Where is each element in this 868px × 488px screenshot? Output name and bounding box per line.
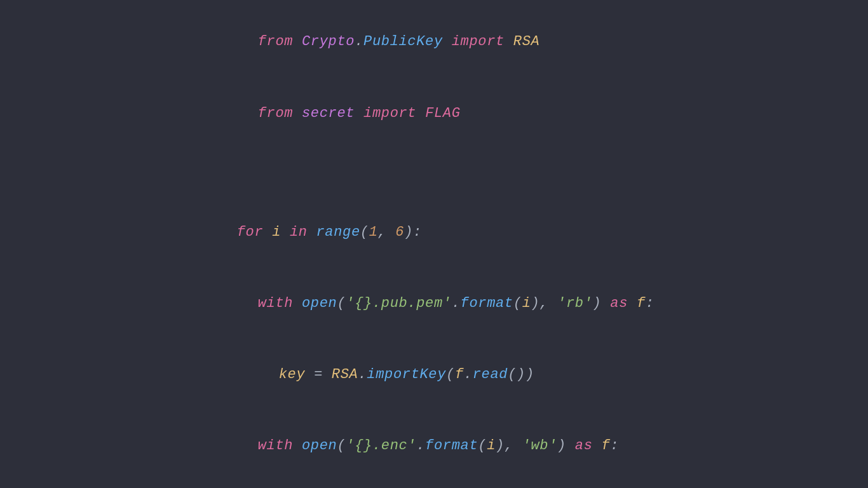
var-f1: f bbox=[637, 295, 646, 311]
keyword-as2: as bbox=[575, 438, 593, 454]
code-line-with1: with open('{}.pub.pem'.format(i), 'rb') … bbox=[201, 268, 667, 339]
blank-line-2 bbox=[201, 173, 667, 196]
var-f3: f bbox=[601, 438, 610, 454]
keyword-with2: with bbox=[258, 438, 293, 454]
func-format2: format bbox=[425, 438, 478, 454]
keyword-in: in bbox=[290, 224, 308, 240]
code-line-shebang: #!/usr/bin/env python3 bbox=[201, 0, 667, 6]
string-pub-pem: '{}.pub.pem' bbox=[346, 295, 451, 311]
var-i-3: i bbox=[487, 438, 496, 454]
code-line-import1: from Crypto.PublicKey import RSA bbox=[201, 6, 667, 78]
string-enc: '{}.enc' bbox=[346, 438, 416, 454]
module-crypto: Crypto bbox=[302, 34, 355, 50]
func-range: range bbox=[316, 224, 360, 240]
func-importkey: importKey bbox=[367, 367, 446, 383]
func-open2: open bbox=[302, 438, 337, 454]
func-read: read bbox=[473, 367, 508, 383]
num-1: 1 bbox=[369, 224, 378, 240]
code-block: #!/usr/bin/env python3 from Crypto.Publi… bbox=[163, 0, 705, 488]
code-line-import2: from secret import FLAG bbox=[201, 78, 667, 149]
keyword-as1: as bbox=[610, 295, 628, 311]
func-open1: open bbox=[302, 295, 337, 311]
blank-line-1 bbox=[201, 149, 667, 172]
constant-flag: FLAG bbox=[425, 105, 460, 121]
module-secret: secret bbox=[302, 105, 355, 121]
keyword-import1: import bbox=[452, 34, 505, 50]
code-line-key: key = RSA.importKey(f.read()) bbox=[201, 339, 667, 410]
keyword-with1: with bbox=[258, 295, 293, 311]
func-format1: format bbox=[461, 295, 513, 311]
var-key: key bbox=[279, 367, 306, 383]
var-i: i bbox=[272, 224, 281, 240]
keyword-import2: import bbox=[363, 105, 416, 121]
code-line-with2: with open('{}.enc'.format(i), 'wb') as f… bbox=[201, 410, 667, 482]
var-i-2: i bbox=[522, 295, 531, 311]
keyword-from2: from bbox=[258, 105, 293, 121]
num-6: 6 bbox=[395, 224, 404, 240]
var-f2: f bbox=[455, 367, 464, 383]
string-rb: 'rb' bbox=[557, 295, 592, 311]
keyword-from1: from bbox=[258, 34, 293, 50]
keyword-for: for bbox=[237, 224, 264, 240]
module-publickey: PublicKey bbox=[363, 34, 443, 50]
class-rsa: RSA bbox=[513, 34, 540, 50]
string-wb: 'wb' bbox=[522, 438, 557, 454]
class-rsa-2: RSA bbox=[332, 367, 358, 383]
code-line-for: for i in range(1, 6): bbox=[201, 196, 667, 268]
code-line-write: f.write(key.encrypt(FLAG.encode(), None)… bbox=[201, 482, 667, 488]
